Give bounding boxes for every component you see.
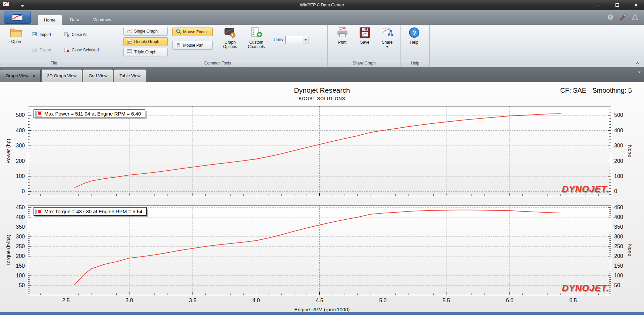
tab-grid-view[interactable]: Grid View	[83, 69, 113, 82]
share-icon	[381, 27, 393, 39]
group-label-common-tools: Common Tools	[108, 60, 327, 67]
svg-text:450: 450	[614, 205, 623, 210]
triple-graph-button[interactable]: Triple Graph	[123, 48, 168, 56]
torque-right-axis-label: None	[627, 244, 633, 256]
svg-text:500: 500	[614, 112, 623, 118]
ribbon: Open Import Export	[0, 25, 644, 67]
svg-text:50: 50	[614, 282, 620, 288]
legend-series-swatch	[35, 111, 42, 117]
group-label-help: Help	[401, 60, 429, 67]
svg-text:100: 100	[16, 273, 25, 278]
units-dropdown-arrow-icon[interactable]	[302, 36, 309, 44]
units-dropdown[interactable]	[285, 36, 309, 44]
window-bottom-edge	[0, 312, 644, 315]
svg-text:6.5: 6.5	[569, 298, 577, 303]
share-dropdown-arrow-icon[interactable]	[386, 46, 389, 48]
help-button[interactable]: ? Help	[403, 25, 426, 45]
svg-text:300: 300	[614, 143, 623, 148]
close-selected-button[interactable]: Close Selected	[61, 46, 102, 54]
dynojet-watermark: DYNOJET.	[562, 283, 609, 294]
single-graph-icon	[127, 29, 132, 34]
svg-text:500: 500	[16, 112, 25, 118]
svg-text:200: 200	[16, 253, 25, 259]
ribbon-tab-windows[interactable]: Windows	[87, 15, 117, 25]
svg-text:5.0: 5.0	[379, 298, 386, 303]
svg-text:200: 200	[614, 253, 623, 259]
power-legend[interactable]: Max Power = 511.04 at Engine RPM = 6.40	[34, 109, 145, 118]
save-icon	[359, 27, 371, 39]
svg-text:200: 200	[16, 158, 25, 164]
svg-text:400: 400	[16, 214, 25, 220]
minimize-icon	[596, 5, 600, 5]
folder-open-icon	[10, 27, 22, 39]
ribbon-tab-data[interactable]: Data	[64, 15, 85, 25]
svg-text:3.5: 3.5	[189, 298, 196, 303]
svg-text:400: 400	[614, 128, 623, 133]
titlebar: WinPEP 8 Data Center ×	[0, 0, 644, 10]
svg-text:400: 400	[16, 128, 25, 133]
winpep-logo-icon	[12, 13, 23, 21]
print-button[interactable]: Print	[331, 25, 354, 45]
user-icon[interactable]	[607, 14, 614, 22]
brush-icon[interactable]	[619, 14, 626, 22]
svg-text:350: 350	[16, 224, 25, 230]
svg-text:200: 200	[614, 158, 623, 164]
svg-text:100: 100	[614, 273, 623, 278]
tab-close-icon[interactable]: ×	[33, 74, 35, 78]
winpep-window: WinPEP 8 Data Center × Home Data Windows	[0, 0, 644, 315]
svg-text:5.5: 5.5	[442, 298, 450, 303]
svg-text:150: 150	[614, 263, 623, 269]
export-button: Export	[29, 46, 55, 54]
help-icon: ?	[409, 27, 420, 39]
save-button[interactable]: Save	[354, 25, 376, 45]
close-selected-icon	[64, 47, 70, 53]
svg-text:300: 300	[16, 143, 25, 148]
magnifier-icon	[176, 29, 181, 35]
maximize-button[interactable]	[614, 2, 621, 8]
custom-channels-button[interactable]: Custom Channels	[245, 25, 268, 49]
single-graph-button[interactable]: Single Graph	[123, 27, 168, 36]
legend-series-swatch	[35, 209, 42, 214]
svg-text:150: 150	[16, 263, 25, 269]
maximize-icon	[615, 3, 619, 7]
close-icon: ×	[634, 2, 638, 8]
svg-text:250: 250	[614, 243, 623, 249]
open-button[interactable]: Open	[5, 25, 28, 44]
svg-text:300: 300	[614, 234, 623, 239]
window-title: WinPEP 8 Data Center	[0, 0, 644, 10]
ribbon-tab-home[interactable]: Home	[38, 15, 62, 25]
ribbon-group-share-graph: Print Save Share Share Graph	[328, 25, 401, 67]
triple-graph-icon	[127, 49, 132, 55]
graph-options-button[interactable]: Graph Options	[219, 25, 241, 49]
mouse-zoom-button[interactable]: Mouse Zoom	[172, 28, 213, 36]
power-axis-label: Power (hp)	[5, 139, 11, 163]
tab-3d-graph-view[interactable]: 3D Graph View	[41, 69, 82, 82]
svg-text:0: 0	[22, 188, 25, 194]
mouse-pan-button[interactable]: Mouse Pan	[172, 41, 213, 50]
tab-table-view[interactable]: Table View	[114, 69, 146, 82]
import-icon	[32, 32, 38, 38]
application-menu-button[interactable]	[4, 11, 31, 24]
tab-graph-view[interactable]: Graph View ×	[0, 69, 41, 82]
svg-text:0: 0	[614, 188, 617, 194]
close-all-icon	[64, 32, 70, 38]
share-button[interactable]: Share	[376, 25, 398, 48]
double-graph-button[interactable]: Double Graph	[123, 37, 168, 46]
ribbon-collapse-chevron-icon[interactable]	[635, 60, 641, 66]
minimize-button[interactable]	[595, 2, 602, 8]
close-button[interactable]: ×	[633, 2, 639, 8]
hand-icon	[176, 42, 181, 49]
tab-overflow-arrow-icon[interactable]	[638, 73, 641, 79]
svg-text:6.0: 6.0	[506, 298, 513, 303]
alert-icon[interactable]	[631, 14, 639, 22]
graph-view-panel: Dynojet Research BOOST SOLUTIONS CF: SAE…	[0, 82, 644, 315]
svg-text:4.5: 4.5	[316, 298, 323, 303]
torque-legend[interactable]: Max Torque = 437.30 at Engine RPM = 5.64	[34, 207, 147, 216]
svg-text:450: 450	[16, 205, 25, 210]
x-axis-label: Engine RPM (rpmx1000)	[0, 307, 644, 312]
units-value	[286, 36, 302, 44]
close-all-button[interactable]: Close All	[61, 30, 102, 39]
import-button[interactable]: Import	[29, 30, 55, 39]
custom-channels-icon	[250, 27, 262, 39]
ribbon-group-file: Open Import Export	[0, 25, 108, 67]
